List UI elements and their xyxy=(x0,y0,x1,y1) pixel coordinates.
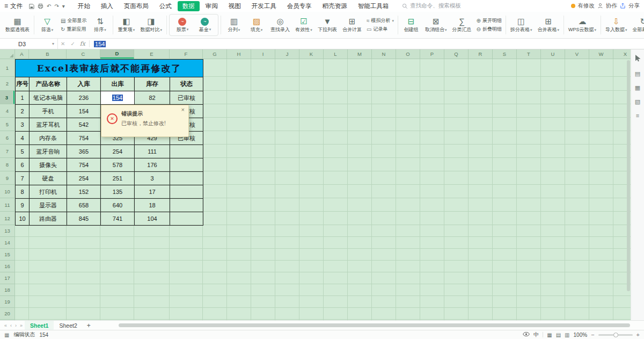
rail-panel-icon-1[interactable]: ▤ xyxy=(635,71,640,77)
select-all-corner[interactable] xyxy=(0,49,15,59)
cell-C4[interactable]: 154 xyxy=(67,105,101,118)
cell-B5[interactable]: 蓝牙耳机 xyxy=(30,118,67,132)
column-header-B[interactable]: B xyxy=(29,49,67,59)
cell-A5[interactable]: 3 xyxy=(16,118,30,132)
cell-F3[interactable]: 已审核 xyxy=(170,91,203,105)
share-button[interactable]: 分享 xyxy=(628,2,640,10)
normal-view-icon[interactable]: ▦ xyxy=(547,332,552,338)
column-header-F[interactable]: F xyxy=(170,49,203,59)
cell-C7[interactable]: 365 xyxy=(67,145,101,158)
menu-tab-稻壳资源[interactable]: 稻壳资源 xyxy=(318,1,352,11)
rail-panel-icon-3[interactable]: ▧ xyxy=(635,99,640,105)
save-icon[interactable] xyxy=(28,3,34,9)
ribbon-button-模拟分析[interactable]: ≈模拟分析▾ xyxy=(367,17,394,24)
cell-E12[interactable]: 104 xyxy=(135,212,170,226)
cell-F12[interactable] xyxy=(170,212,203,226)
sheet-tab-Sheet2[interactable]: Sheet2 xyxy=(54,321,82,330)
cell-A7[interactable]: 5 xyxy=(16,145,30,158)
column-header-W[interactable]: W xyxy=(589,49,613,59)
column-header-J[interactable]: J xyxy=(275,49,299,59)
ribbon-button-筛选[interactable]: ▽筛选▾ xyxy=(36,13,58,37)
menu-tab-开始[interactable]: 开始 xyxy=(73,1,95,11)
ribbon-button-分列[interactable]: ▥分列▾ xyxy=(223,13,245,37)
ribbon-button-下拉列表[interactable]: ▼下拉列表 xyxy=(316,13,339,37)
vertical-scroll-thumb[interactable] xyxy=(627,60,630,291)
column-header-R[interactable]: R xyxy=(469,49,493,59)
column-header-P[interactable]: P xyxy=(420,49,444,59)
cell-B11[interactable]: 显示器 xyxy=(30,199,67,212)
cell-F8[interactable] xyxy=(170,158,203,172)
column-header-G[interactable]: G xyxy=(203,49,227,59)
cell-C3[interactable]: 236 xyxy=(67,91,101,105)
row-header-18[interactable]: 18 xyxy=(0,284,14,296)
column-header-A[interactable]: A xyxy=(15,49,29,59)
row-header-11[interactable]: 11 xyxy=(0,198,14,212)
column-header-E[interactable]: E xyxy=(134,49,170,59)
column-header-U[interactable]: U xyxy=(541,49,565,59)
ribbon-button-创建组[interactable]: ⊟创建组 xyxy=(400,13,422,37)
row-header-3[interactable]: 3 xyxy=(0,91,14,104)
redo-icon[interactable]: ↷ xyxy=(54,3,58,9)
row-header-4[interactable]: 4 xyxy=(0,104,14,118)
lang-indicator[interactable]: 中 xyxy=(533,331,539,338)
cancel-edit-icon[interactable]: ✕ xyxy=(58,41,68,47)
ribbon-button-查找录入[interactable]: ◎查找录入 xyxy=(268,13,292,37)
header-cell-序号[interactable]: 序号 xyxy=(16,77,30,91)
cell-A11[interactable]: 9 xyxy=(16,199,30,212)
cell-A3[interactable]: 1 xyxy=(16,91,30,105)
ribbon-button-重复项[interactable]: ◧重复项▾ xyxy=(115,13,137,37)
ribbon-button-展开明细[interactable]: ⊕展开明细 xyxy=(477,17,502,24)
cell-A12[interactable]: 10 xyxy=(16,212,30,226)
cell-E7[interactable]: 111 xyxy=(135,145,170,158)
row-header-15[interactable]: 15 xyxy=(0,249,14,261)
cell-D9[interactable]: 251 xyxy=(101,172,135,185)
ribbon-button-重新应用[interactable]: ↻重新应用 xyxy=(61,26,86,33)
cell-A9[interactable]: 7 xyxy=(16,172,30,185)
cell-D8[interactable]: 578 xyxy=(101,158,135,172)
cell-A10[interactable]: 8 xyxy=(16,185,30,199)
cell-C10[interactable]: 152 xyxy=(67,185,101,199)
cell-C11[interactable]: 658 xyxy=(67,199,101,212)
row-header-2[interactable]: 2 xyxy=(0,77,14,91)
column-header-L[interactable]: L xyxy=(324,49,348,59)
cell-C8[interactable]: 754 xyxy=(67,158,101,172)
column-header-Q[interactable]: Q xyxy=(444,49,469,59)
menu-tab-会员专享[interactable]: 会员专享 xyxy=(282,1,317,11)
hamburger-menu-icon[interactable]: ≡ xyxy=(4,2,8,10)
horizontal-scroll-thumb[interactable] xyxy=(119,323,630,327)
cell-A8[interactable]: 6 xyxy=(16,158,30,172)
column-header-K[interactable]: K xyxy=(299,49,324,59)
zoom-slider-thumb[interactable] xyxy=(613,333,618,337)
eye-protection-icon[interactable] xyxy=(523,331,530,338)
row-header-13[interactable]: 13 xyxy=(0,225,14,237)
cell-F10[interactable] xyxy=(170,185,203,199)
command-search[interactable]: 查找命令、搜索模板 xyxy=(402,2,461,10)
vertical-scrollbar[interactable] xyxy=(626,59,631,320)
header-cell-产品名称[interactable]: 产品名称 xyxy=(30,77,67,91)
cell-E9[interactable]: 3 xyxy=(135,172,170,185)
cell-D7[interactable]: 254 xyxy=(101,145,135,158)
header-cell-入库[interactable]: 入库 xyxy=(67,77,101,91)
zoom-slider[interactable] xyxy=(598,334,633,336)
ribbon-button-记录单[interactable]: ▭记录单 xyxy=(367,26,394,33)
ribbon-button-数据透视表[interactable]: ▦数据透视表 xyxy=(3,13,32,37)
column-header-M[interactable]: M xyxy=(348,49,372,59)
cell-D12[interactable]: 741 xyxy=(101,212,135,226)
sheet-nav-last-icon[interactable]: » xyxy=(19,323,24,328)
cell-B6[interactable]: 内存条 xyxy=(30,132,67,145)
insert-function-icon[interactable]: fx xyxy=(78,40,90,47)
column-header-C[interactable]: C xyxy=(67,49,100,59)
sheet-tab-Sheet1[interactable]: Sheet1 xyxy=(25,321,54,330)
cell-D10[interactable]: 135 xyxy=(101,185,135,199)
ribbon-button-数据对比[interactable]: ◨数据对比▾ xyxy=(138,13,164,37)
zoom-level[interactable]: 100% xyxy=(574,332,588,338)
menu-tab-智能工具箱[interactable]: 智能工具箱 xyxy=(353,1,394,11)
file-menu[interactable]: 文件 xyxy=(10,2,23,10)
row-header-1[interactable]: 1 xyxy=(0,59,14,77)
column-header-N[interactable]: N xyxy=(372,49,396,59)
row-header-10[interactable]: 10 xyxy=(0,185,14,198)
sheet-nav-first-icon[interactable]: « xyxy=(3,323,8,328)
column-header-X[interactable]: X xyxy=(613,49,631,59)
cell-C12[interactable]: 845 xyxy=(67,212,101,226)
cell-B12[interactable]: 路由器 xyxy=(30,212,67,226)
